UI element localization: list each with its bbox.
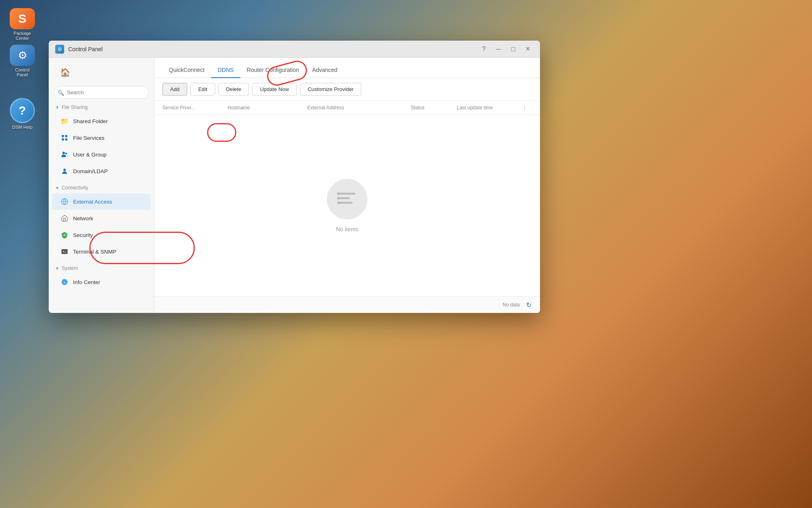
svg-point-18 bbox=[337, 202, 340, 204]
tab-advanced[interactable]: Advanced bbox=[306, 63, 344, 78]
security-icon bbox=[60, 230, 69, 239]
dock-item-synology[interactable]: S PackageCenter bbox=[6, 8, 39, 41]
sidebar-item-file-services-label: File Services bbox=[73, 135, 104, 141]
toolbar: Add Edit Delete Update Now Customize Pro… bbox=[154, 78, 540, 101]
sidebar: 🏠 🔍 ▼ File Sharing 📁 Shared Folder bbox=[49, 58, 154, 313]
search-input[interactable] bbox=[54, 86, 149, 99]
sidebar-item-network-label: Network bbox=[73, 215, 93, 221]
sidebar-section-connectivity: ▼ Connectivity External Access Netwo bbox=[49, 182, 154, 260]
sidebar-item-user-group-label: User & Group bbox=[73, 152, 107, 158]
titlebar: ⚙ Control Panel ? ─ □ × bbox=[49, 41, 540, 58]
shared-folder-icon: 📁 bbox=[60, 117, 69, 126]
window-title: Control Panel bbox=[68, 46, 478, 52]
svg-rect-13 bbox=[339, 193, 356, 195]
table-header: Service Provi... Hostname External Addre… bbox=[154, 101, 540, 115]
col-updated-header: Last update time bbox=[457, 105, 514, 111]
sidebar-item-domain-label: Domain/LDAP bbox=[73, 168, 108, 174]
sidebar-section-system-label: System bbox=[62, 265, 78, 271]
customize-provider-button[interactable]: Customize Provider bbox=[300, 83, 361, 96]
svg-rect-1 bbox=[65, 135, 67, 137]
svg-rect-3 bbox=[65, 139, 67, 141]
help-button[interactable]: ? bbox=[478, 43, 490, 55]
sidebar-item-external-access-label: External Access bbox=[73, 199, 112, 205]
svg-rect-8 bbox=[62, 249, 68, 254]
sidebar-item-shared-folder-label: Shared Folder bbox=[73, 118, 108, 124]
desktop: S PackageCenter ⚙ ControlPanel ? DSM Hel… bbox=[0, 0, 812, 508]
sidebar-section-file-sharing-label: File Sharing bbox=[62, 104, 88, 110]
sidebar-section-file-sharing-header[interactable]: ▼ File Sharing bbox=[49, 102, 154, 113]
dock-label-dsm-help: DSM Help bbox=[12, 125, 32, 130]
window-body: 🏠 🔍 ▼ File Sharing 📁 Shared Folder bbox=[49, 58, 540, 313]
svg-rect-2 bbox=[62, 139, 64, 141]
sidebar-item-shared-folder[interactable]: 📁 Shared Folder bbox=[52, 113, 151, 129]
list-icon bbox=[336, 188, 358, 210]
tabs-bar: QuickConnect DDNS Router Configuration A… bbox=[154, 58, 540, 78]
sidebar-item-domain-ldap[interactable]: Domain/LDAP bbox=[52, 163, 151, 179]
tab-ddns[interactable]: DDNS bbox=[211, 63, 240, 78]
sidebar-item-external-access[interactable]: External Access bbox=[52, 193, 151, 210]
dock: S PackageCenter ⚙ ControlPanel ? DSM Hel… bbox=[0, 0, 45, 508]
main-content: QuickConnect DDNS Router Configuration A… bbox=[154, 58, 540, 313]
svg-point-16 bbox=[337, 192, 340, 195]
chevron-down-icon: ▼ bbox=[55, 105, 59, 110]
window-controls: ? ─ □ × bbox=[478, 43, 533, 55]
sidebar-item-info-center-label: Info Center bbox=[73, 279, 100, 285]
svg-point-17 bbox=[337, 197, 340, 200]
svg-rect-15 bbox=[339, 202, 353, 204]
svg-rect-0 bbox=[62, 135, 64, 137]
minimize-button[interactable]: ─ bbox=[493, 43, 504, 55]
maximize-button[interactable]: □ bbox=[508, 43, 519, 55]
col-service-header: Service Provi... bbox=[162, 105, 220, 111]
domain-icon bbox=[60, 167, 69, 176]
edit-button[interactable]: Edit bbox=[190, 83, 215, 96]
home-icon: 🏠 bbox=[58, 66, 71, 79]
refresh-button[interactable]: ↻ bbox=[524, 300, 533, 310]
dock-item-control-panel[interactable]: ⚙ ControlPanel bbox=[6, 45, 39, 77]
update-now-button[interactable]: Update Now bbox=[252, 83, 297, 96]
titlebar-icon: ⚙ bbox=[55, 45, 64, 54]
empty-text: No items bbox=[336, 226, 358, 232]
no-data-label: No data bbox=[503, 302, 520, 308]
add-button[interactable]: Add bbox=[162, 83, 187, 96]
user-group-icon bbox=[60, 150, 69, 159]
sidebar-item-user-group[interactable]: User & Group bbox=[52, 146, 151, 163]
sidebar-item-terminal-snmp[interactable]: Terminal & SNMP bbox=[52, 243, 151, 260]
col-hostname-header: Hostname bbox=[228, 105, 299, 111]
col-external-header: External Address bbox=[307, 105, 403, 111]
footer: No data ↻ bbox=[154, 296, 540, 313]
dock-label-synology: PackageCenter bbox=[14, 31, 31, 41]
sidebar-section-connectivity-label: Connectivity bbox=[62, 185, 88, 191]
sidebar-item-security[interactable]: Security bbox=[52, 227, 151, 243]
svg-point-6 bbox=[63, 169, 66, 171]
empty-state: No items bbox=[154, 115, 540, 296]
sidebar-item-info-center[interactable]: Info Center bbox=[52, 274, 151, 290]
sidebar-section-file-sharing: ▼ File Sharing 📁 Shared Folder File Serv… bbox=[49, 102, 154, 179]
sidebar-section-connectivity-header[interactable]: ▼ Connectivity bbox=[49, 182, 154, 193]
sidebar-item-file-services[interactable]: File Services bbox=[52, 130, 151, 146]
dock-label-control-panel: ControlPanel bbox=[15, 67, 29, 77]
col-more-header: ⋮ bbox=[522, 105, 532, 111]
info-center-icon bbox=[60, 278, 69, 287]
sidebar-search-container: 🔍 bbox=[54, 86, 149, 99]
col-status-header: Status bbox=[410, 105, 449, 111]
control-panel-window: ⚙ Control Panel ? ─ □ × 🏠 🔍 bbox=[49, 41, 540, 313]
search-icon: 🔍 bbox=[58, 89, 64, 96]
sidebar-section-system-header[interactable]: ▼ System bbox=[49, 263, 154, 274]
chevron-down-icon-2: ▼ bbox=[55, 186, 59, 190]
close-button[interactable]: × bbox=[522, 43, 533, 55]
sidebar-item-security-label: Security bbox=[73, 232, 93, 238]
sidebar-item-network[interactable]: Network bbox=[52, 210, 151, 226]
svg-rect-14 bbox=[339, 198, 350, 200]
delete-button[interactable]: Delete bbox=[218, 83, 249, 96]
external-access-icon bbox=[60, 197, 69, 206]
sidebar-home-button[interactable]: 🏠 bbox=[52, 62, 151, 83]
chevron-down-icon-3: ▼ bbox=[55, 266, 59, 271]
svg-point-5 bbox=[65, 153, 67, 155]
tab-quickconnect[interactable]: QuickConnect bbox=[162, 63, 211, 78]
dock-item-dsm-help[interactable]: ? DSM Help bbox=[6, 98, 39, 130]
sidebar-item-terminal-label: Terminal & SNMP bbox=[73, 249, 117, 255]
network-icon bbox=[60, 214, 69, 223]
svg-point-4 bbox=[63, 152, 65, 154]
file-services-icon bbox=[60, 133, 69, 142]
tab-router[interactable]: Router Configuration bbox=[240, 63, 306, 78]
